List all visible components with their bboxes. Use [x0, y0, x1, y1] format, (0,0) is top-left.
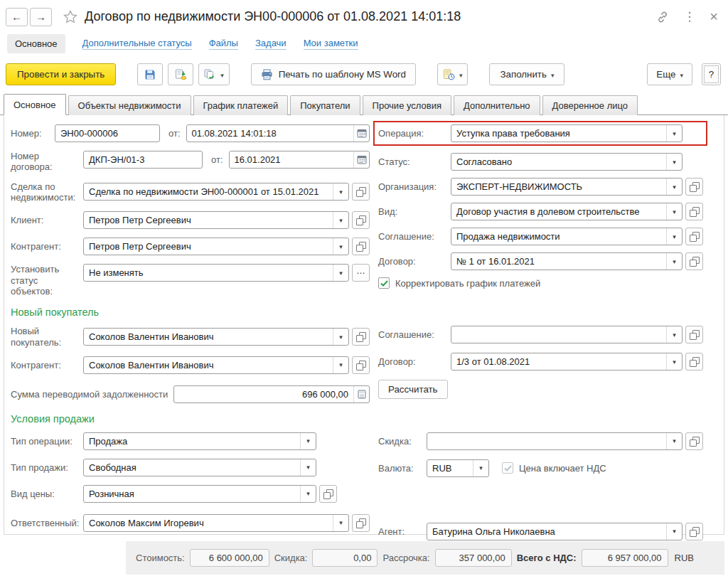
create-based-on-button[interactable] — [198, 63, 230, 85]
responsible-open-button[interactable] — [352, 514, 370, 532]
print-word-button[interactable]: Печать по шаблону MS Word — [251, 63, 416, 85]
deal-open-button[interactable] — [352, 183, 370, 201]
new-buyer-open-button[interactable] — [352, 328, 370, 346]
chevron-down-icon[interactable] — [300, 486, 316, 502]
counterparty-label: Контрагент: — [11, 241, 83, 252]
favorite-star-icon[interactable] — [63, 10, 77, 23]
save-button[interactable] — [137, 63, 163, 85]
kebab-menu-icon[interactable] — [683, 9, 695, 24]
nav-item-main[interactable]: Основное — [7, 34, 65, 53]
calendar-icon[interactable] — [353, 151, 369, 168]
nav-item-files[interactable]: Файлы — [209, 38, 238, 50]
client-field[interactable]: Петров Петр Сергеевич — [83, 211, 349, 229]
new-buyer-counterparty-open-button[interactable] — [352, 356, 370, 374]
number-field[interactable]: ЭН00-000006 — [55, 124, 160, 142]
nb-agreement-open-button[interactable] — [685, 326, 703, 343]
discount-field[interactable] — [427, 432, 682, 450]
price-kind-field[interactable]: Розничная — [83, 485, 316, 503]
nb-agreement-label: Соглашение: — [378, 329, 451, 340]
kind-open-button[interactable] — [685, 203, 703, 220]
responsible-field[interactable]: Соколов Максим Игоревич — [83, 514, 349, 532]
number-date-field[interactable]: 01.08.2021 14:01:18 — [186, 124, 370, 142]
status-label: Статус: — [378, 156, 451, 167]
chevron-down-icon[interactable] — [666, 353, 682, 370]
price-kind-open-button[interactable] — [319, 485, 337, 503]
agreement-open-button[interactable] — [685, 228, 703, 245]
more-button[interactable]: Еще — [647, 63, 692, 85]
chevron-down-icon[interactable] — [666, 433, 682, 449]
counterparty-open-button[interactable] — [352, 238, 370, 255]
client-open-button[interactable] — [352, 211, 370, 229]
agent-open-button[interactable] — [685, 523, 703, 540]
nb-contract-open-button[interactable] — [685, 353, 703, 371]
operation-field[interactable]: Уступка права требования — [451, 124, 682, 142]
organization-open-button[interactable] — [685, 178, 703, 196]
tab-buyers[interactable]: Покупатели — [290, 95, 360, 115]
new-buyer-field[interactable]: Соколов Валентин Иванович — [83, 328, 349, 346]
agent-field[interactable]: Батурина Ольга Николаевна — [427, 523, 682, 540]
tab-main[interactable]: Основное — [4, 94, 66, 115]
chevron-down-icon[interactable] — [666, 203, 682, 220]
chevron-down-icon[interactable] — [666, 178, 682, 195]
chevron-down-icon[interactable] — [666, 228, 682, 245]
nb-contract-field[interactable]: 1/3 от 01.08.2021 — [451, 353, 682, 371]
organization-field[interactable]: ЭКСПЕРТ-НЕДВИЖИМОСТЬ — [451, 178, 682, 196]
set-status-choose-button[interactable] — [352, 264, 370, 282]
link-icon[interactable] — [656, 11, 669, 23]
sale-type-field[interactable]: Свободная — [83, 459, 316, 476]
adjust-schedule-checkbox[interactable] — [378, 277, 390, 289]
chevron-down-icon[interactable] — [666, 326, 682, 343]
chevron-down-icon[interactable] — [333, 238, 348, 255]
discount-open-button[interactable] — [685, 432, 703, 450]
chevron-down-icon[interactable] — [300, 459, 316, 476]
new-buyer-counterparty-field[interactable]: Соколов Валентин Иванович — [83, 356, 349, 374]
chevron-down-icon[interactable] — [333, 329, 348, 345]
tab-additional[interactable]: Дополнительно — [454, 95, 540, 115]
post-and-close-button[interactable]: Провести и закрыть — [6, 63, 116, 85]
calculate-button[interactable]: Рассчитать — [378, 380, 448, 399]
document-history-button[interactable] — [437, 63, 469, 85]
counterparty-field[interactable]: Петров Петр Сергеевич — [83, 238, 349, 255]
contract-field[interactable]: № 1 от 16.01.2021 — [451, 252, 682, 270]
contract-number-field[interactable]: ДКП-ЭН/01-3 — [83, 151, 203, 169]
chevron-down-icon[interactable] — [666, 253, 682, 270]
tab-page-main: Номер: ЭН00-000006 от: 01.08.2021 14:01:… — [4, 115, 724, 535]
tab-trustee[interactable]: Доверенное лицо — [542, 95, 638, 115]
calculator-icon[interactable] — [353, 386, 369, 403]
agent-value: Батурина Ольга Николаевна — [427, 526, 666, 537]
chevron-down-icon[interactable] — [333, 515, 348, 531]
chevron-down-icon[interactable] — [666, 125, 682, 142]
forward-icon[interactable] — [30, 8, 52, 26]
chevron-down-icon[interactable] — [333, 183, 348, 200]
chevron-down-icon[interactable] — [333, 265, 348, 281]
deal-field[interactable]: Сделка по недвижимости ЭН00-000001 от 15… — [83, 183, 349, 201]
chevron-down-icon[interactable] — [666, 523, 682, 540]
tab-other-terms[interactable]: Прочие условия — [363, 95, 451, 115]
nav-item-additional-statuses[interactable]: Дополнительные статусы — [82, 38, 192, 50]
chevron-down-icon[interactable] — [333, 357, 348, 373]
currency-field[interactable]: RUB — [427, 459, 489, 477]
fill-button[interactable]: Заполнить — [489, 63, 564, 85]
agreement-field[interactable]: Продажа недвижимости — [451, 228, 682, 245]
tab-realty-objects[interactable]: Объекты недвижимости — [68, 95, 191, 115]
tab-payment-schedule[interactable]: График платежей — [193, 95, 289, 115]
nav-item-tasks[interactable]: Задачи — [255, 38, 287, 50]
chevron-down-icon[interactable] — [300, 433, 316, 449]
chevron-down-icon[interactable] — [473, 460, 488, 476]
close-icon[interactable] — [710, 9, 718, 25]
operation-type-field[interactable]: Продажа — [83, 432, 316, 450]
nb-agreement-field[interactable] — [451, 326, 682, 343]
contract-open-button[interactable] — [685, 252, 703, 270]
status-field[interactable]: Согласовано — [451, 153, 682, 171]
help-button[interactable]: ? — [702, 63, 721, 85]
set-status-field[interactable]: Не изменять — [83, 264, 349, 282]
debt-amount-field[interactable]: 696 000,00 — [173, 385, 370, 403]
chevron-down-icon[interactable] — [666, 154, 682, 170]
contract-date-field[interactable]: 16.01.2021 — [229, 151, 370, 169]
back-icon[interactable] — [6, 8, 28, 26]
chevron-down-icon[interactable] — [333, 212, 348, 228]
kind-field[interactable]: Договор участия в долевом строительстве — [451, 203, 682, 220]
nav-item-my-notes[interactable]: Мои заметки — [304, 38, 358, 50]
calendar-icon[interactable] — [353, 125, 369, 142]
post-document-button[interactable] — [168, 63, 193, 85]
